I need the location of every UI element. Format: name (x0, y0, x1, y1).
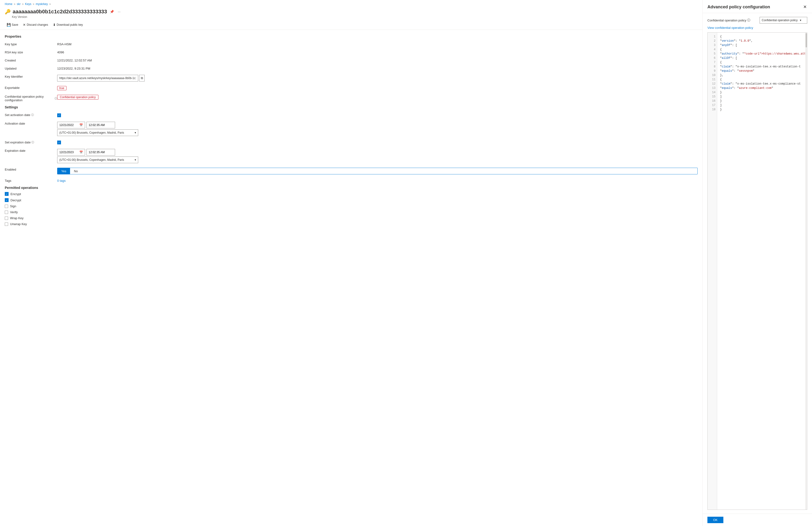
expiration-tz-dropdown[interactable]: (UTC+01:00) Brussels, Copenhagen, Madrid… (57, 157, 138, 163)
enabled-no-option[interactable]: No (70, 168, 82, 174)
save-button[interactable]: 💾 Save (5, 22, 20, 28)
key-identifier-row: Key Identifier ⧉ (5, 74, 698, 82)
key-identifier-input[interactable] (57, 75, 138, 82)
save-icon: 💾 (7, 23, 11, 27)
calendar-icon[interactable]: 📅 (79, 123, 83, 127)
perm-op-unwrap-key-label: Unwrap Key (10, 222, 27, 226)
side-panel-title: Advanced policy configuration (707, 4, 770, 10)
activation-date-input[interactable]: 📅 (57, 122, 85, 128)
close-side-panel-button[interactable]: ✕ (803, 4, 807, 10)
code-line: { (720, 47, 802, 52)
policy-config-row: Confidential operation policy configurat… (5, 93, 698, 102)
policy-config-label: Confidential operation policy configurat… (5, 93, 57, 102)
expiration-date-input[interactable]: 📅 (57, 149, 85, 156)
perm-op-encrypt-checkbox[interactable]: ✓ (5, 192, 9, 196)
perm-op-decrypt-checkbox[interactable]: ✓ (5, 198, 9, 202)
properties-section-title: Properties (5, 34, 698, 38)
policy-dropdown-value: Confidential operation policy (762, 18, 798, 22)
activation-date-text[interactable] (59, 123, 78, 127)
updated-row: Updated 12/23/2022, 9:23:31 PM (5, 65, 698, 70)
page-header: 🔑 aaaaaaaa0b0b1c1c2d2d333333333333 📌 ···… (0, 7, 702, 20)
enabled-yes-option[interactable]: Yes (57, 168, 70, 174)
expiration-date-text[interactable] (59, 150, 78, 154)
activation-tz-chevron-icon: ▾ (135, 131, 136, 134)
ok-button[interactable]: OK (707, 517, 723, 523)
set-expiration-date-checkbox[interactable]: ✓ (57, 141, 61, 144)
key-type-value: RSA-HSM (57, 41, 698, 46)
activation-tz-dropdown[interactable]: (UTC+01:00) Brussels, Copenhagen, Madrid… (57, 129, 138, 136)
pin-button[interactable]: 📌 (109, 9, 115, 14)
permitted-op-item: ✓Decrypt (5, 198, 698, 202)
activation-time-input[interactable] (87, 122, 115, 128)
permitted-op-item: Unwrap Key (5, 222, 698, 226)
set-activation-date-row: Set activation date ⓘ ✓ (5, 112, 698, 117)
scrollbar-thumb[interactable] (806, 33, 807, 47)
enabled-row: Enabled Yes No (5, 166, 698, 174)
permitted-op-item: Verify (5, 210, 698, 214)
perm-op-decrypt-label: Decrypt (11, 199, 21, 202)
set-expiration-date-label: Set expiration date ⓘ (5, 140, 57, 144)
perm-op-wrap-key-checkbox[interactable] (5, 217, 8, 220)
rsa-key-size-label: RSA key size (5, 49, 57, 54)
perm-op-verify-checkbox[interactable] (5, 210, 8, 214)
panel-footer: OK (702, 514, 812, 526)
policy-config-value[interactable]: Confidential operation policy (57, 95, 98, 100)
code-line: } (720, 107, 802, 112)
discard-button[interactable]: ✕ Discard changes (21, 22, 50, 28)
code-line: ] (720, 94, 802, 99)
exportable-row: Exportable true (5, 85, 698, 90)
view-policy-link[interactable]: View confidential operation policy (707, 26, 807, 30)
key-type-label: Key type (5, 41, 57, 46)
key-identifier-label: Key Identifier (5, 74, 57, 78)
policy-config-panel-label: Confidential operation policy ⓘ (707, 18, 750, 23)
breadcrumb-myskrkey[interactable]: myskrkey (36, 2, 48, 6)
perm-op-verify-label: Verify (10, 210, 18, 214)
panel-scrollbar[interactable] (805, 33, 807, 510)
policy-info-icon: ⓘ (747, 18, 750, 23)
breadcrumb-skr[interactable]: skr (17, 2, 20, 6)
permitted-ops-container: ✓Encrypt✓DecryptSignVerifyWrap KeyUnwrap… (5, 192, 698, 226)
set-activation-date-checkbox[interactable]: ✓ (57, 113, 61, 117)
side-panel: Advanced policy configuration ✕ Confiden… (702, 0, 812, 526)
breadcrumb: Home > skr > Keys > myskrkey > (0, 0, 702, 7)
enabled-toggle: Yes No (57, 168, 698, 174)
activation-tz-value: (UTC+01:00) Brussels, Copenhagen, Madrid… (59, 131, 124, 134)
permitted-op-item: ✓Encrypt (5, 192, 698, 196)
side-panel-header: Advanced policy configuration ✕ (702, 0, 812, 13)
page-title: aaaaaaaa0b0b1c1c2d2d333333333333 (13, 9, 107, 15)
more-options-button[interactable]: ··· (117, 9, 121, 14)
updated-label: Updated (5, 65, 57, 70)
breadcrumb-keys[interactable]: Keys (25, 2, 31, 6)
created-label: Created (5, 57, 57, 62)
set-activation-date-label: Set activation date ⓘ (5, 112, 57, 117)
perm-op-sign-checkbox[interactable] (5, 205, 8, 208)
perm-op-unwrap-key-checkbox[interactable] (5, 222, 8, 226)
code-line: "anyOf": [ (720, 43, 802, 47)
expiration-calendar-icon[interactable]: 📅 (79, 150, 83, 154)
expiration-time-input[interactable] (87, 149, 115, 156)
key-type-row: Key type RSA-HSM (5, 41, 698, 46)
code-line: "equals": "sevsnpvm" (720, 69, 802, 73)
code-line: "authority": ""code-url">https://sharedw… (720, 52, 802, 56)
tags-link[interactable]: 0 tags (57, 179, 66, 182)
download-public-key-button[interactable]: ⬇ Download public key (51, 22, 85, 28)
permitted-op-item: Wrap Key (5, 216, 698, 220)
expiration-date-label: Expiration date (5, 148, 57, 152)
rsa-key-size-value: 4096 (57, 49, 698, 54)
policy-dropdown[interactable]: Confidential operation policy ▾ (759, 17, 807, 24)
permitted-op-item: Sign (5, 204, 698, 208)
code-line: "claim": "x-ms-isolation-tee.x-ms-attest… (720, 64, 802, 69)
perm-op-encrypt-label: Encrypt (11, 192, 21, 196)
expiration-tz-value: (UTC+01:00) Brussels, Copenhagen, Madrid… (59, 158, 124, 161)
enabled-label: Enabled (5, 166, 57, 171)
breadcrumb-home[interactable]: Home (5, 2, 12, 6)
copy-key-id-button[interactable]: ⧉ (139, 75, 145, 82)
created-value: 12/21/2022, 12:02:57 AM (57, 57, 698, 62)
expiration-date-row: Expiration date 📅 (UTC+01:00) Brussels, … (5, 148, 698, 163)
settings-section-title: Settings (5, 105, 698, 109)
activation-date-row: Activation date 📅 (UTC+01:00) Brussels, … (5, 120, 698, 136)
line-numbers: 123456789101112131415161718 (708, 33, 717, 510)
policy-config-panel-row: Confidential operation policy ⓘ Confiden… (707, 17, 807, 24)
activation-date-label: Activation date (5, 120, 57, 125)
code-editor: 123456789101112131415161718 { "version":… (707, 32, 807, 510)
